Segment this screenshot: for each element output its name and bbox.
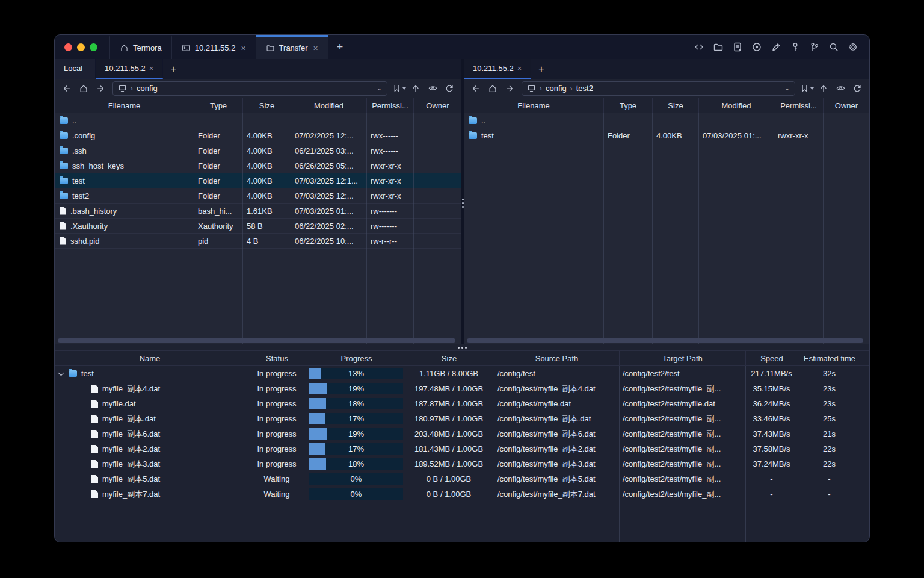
- edit-icon[interactable]: [768, 39, 784, 55]
- file-type-icon: [60, 222, 66, 230]
- transfer-row[interactable]: myfile_副本4.dat In progress 19% 197.48MB …: [55, 381, 869, 396]
- refresh-button[interactable]: [850, 81, 864, 96]
- new-tab-button[interactable]: +: [328, 35, 352, 59]
- file-row[interactable]: test Folder 4.00KB 07/03/2025 12:1... rw…: [55, 173, 461, 188]
- panel-tab[interactable]: Local: [55, 59, 96, 79]
- tab-host[interactable]: 10.211.55.2 ×: [172, 35, 256, 59]
- forward-button[interactable]: [93, 81, 108, 96]
- column-header[interactable]: Filename: [464, 98, 603, 113]
- column-header[interactable]: Filename: [55, 98, 194, 113]
- column-header[interactable]: Permissi...: [366, 98, 413, 113]
- log-icon[interactable]: [730, 39, 745, 55]
- column-header[interactable]: Progress: [309, 351, 404, 365]
- breadcrumb-segment[interactable]: config: [137, 84, 158, 93]
- upload-button[interactable]: [816, 81, 831, 96]
- tab-transfer[interactable]: Transfer ×: [256, 35, 328, 59]
- file-row[interactable]: .config Folder 4.00KB 07/02/2025 12:... …: [55, 128, 461, 143]
- path-breadcrumb[interactable]: › config › test2 ⌄: [522, 81, 795, 96]
- column-header[interactable]: Size: [652, 98, 698, 113]
- breadcrumb-segment[interactable]: test2: [576, 84, 593, 93]
- column-header[interactable]: Owner: [413, 98, 461, 113]
- file-type-icon: [469, 117, 477, 124]
- chevron-down-icon[interactable]: [58, 371, 64, 377]
- transfer-row[interactable]: myfile_副本6.dat In progress 19% 203.48MB …: [55, 426, 869, 441]
- tab-termora[interactable]: Termora: [109, 35, 172, 59]
- column-header[interactable]: Permissi...: [774, 98, 823, 113]
- record-icon[interactable]: [749, 39, 765, 55]
- back-button[interactable]: [60, 81, 74, 96]
- transfer-size: 181.43MB / 1.00GB: [404, 444, 494, 453]
- branch-icon[interactable]: [807, 39, 822, 55]
- transfer-row[interactable]: myfile_副本7.dat Waiting 0% 0 B / 1.00GB /…: [55, 486, 869, 502]
- transfer-row[interactable]: myfile_副本.dat In progress 17% 180.97MB /…: [55, 411, 869, 426]
- file-row[interactable]: .bash_history bash_hi... 1.61KB 07/03/20…: [55, 204, 461, 219]
- progress-bar: 13%: [309, 368, 403, 379]
- file-type-icon: [91, 415, 98, 423]
- transfer-splitter[interactable]: [55, 344, 869, 350]
- column-header[interactable]: Modified: [698, 98, 774, 113]
- transfer-row[interactable]: myfile_副本2.dat In progress 17% 181.43MB …: [55, 441, 869, 456]
- key-icon[interactable]: [787, 39, 803, 55]
- refresh-button[interactable]: [442, 81, 457, 96]
- close-tab-icon[interactable]: ×: [149, 64, 154, 73]
- folder-icon[interactable]: [710, 39, 726, 55]
- close-window-button[interactable]: [64, 43, 72, 51]
- transfer-row[interactable]: myfile.dat In progress 18% 187.87MB / 1.…: [55, 396, 869, 411]
- file-row[interactable]: ..: [464, 113, 869, 128]
- column-header[interactable]: Size: [242, 98, 291, 113]
- file-row[interactable]: ssh_host_keys Folder 4.00KB 06/26/2025 0…: [55, 158, 461, 173]
- panel-tab[interactable]: 10.211.55.2 ×: [96, 59, 163, 79]
- column-header[interactable]: Type: [603, 98, 652, 113]
- column-header[interactable]: Source Path: [494, 351, 619, 365]
- file-row[interactable]: test Folder 4.00KB 07/03/2025 01:... rwx…: [464, 128, 869, 143]
- minimize-window-button[interactable]: [77, 43, 85, 51]
- chevron-down-icon[interactable]: ⌄: [784, 84, 790, 92]
- transfer-row[interactable]: test In progress 13% 1.11GB / 8.00GB /co…: [55, 366, 869, 381]
- settings-icon[interactable]: [845, 39, 861, 55]
- column-header[interactable]: Owner: [823, 98, 869, 113]
- close-tab-icon[interactable]: ×: [313, 43, 318, 53]
- home-button[interactable]: [485, 81, 500, 96]
- file-row[interactable]: .Xauthority Xauthority 58 B 06/22/2025 0…: [55, 219, 461, 234]
- new-panel-tab-button[interactable]: +: [531, 59, 551, 79]
- close-tab-icon[interactable]: ×: [241, 43, 245, 53]
- horizontal-scrollbar[interactable]: [467, 338, 863, 343]
- column-header[interactable]: Name: [55, 351, 245, 365]
- breadcrumb-segment[interactable]: config: [546, 84, 567, 93]
- back-button[interactable]: [469, 81, 483, 96]
- file-permissions: rwxr-xr-x: [366, 191, 413, 200]
- column-header[interactable]: Modified: [291, 98, 366, 113]
- left-panel-tabbar: Local 10.211.55.2 × +: [55, 59, 461, 79]
- bookmark-button[interactable]: [800, 84, 814, 93]
- chevron-down-icon[interactable]: ⌄: [377, 84, 382, 92]
- file-type: Folder: [194, 161, 242, 170]
- column-header[interactable]: Estimated time: [798, 351, 861, 365]
- horizontal-scrollbar[interactable]: [58, 338, 455, 343]
- close-tab-icon[interactable]: ×: [517, 64, 522, 73]
- file-row[interactable]: sshd.pid pid 4 B 06/22/2025 10:... rw-r-…: [55, 234, 461, 249]
- file-row[interactable]: test2 Folder 4.00KB 07/03/2025 12:... rw…: [55, 188, 461, 204]
- column-header[interactable]: Status: [245, 351, 309, 365]
- file-row[interactable]: .ssh Folder 4.00KB 06/21/2025 03:... rwx…: [55, 143, 461, 158]
- file-row[interactable]: ..: [55, 113, 461, 128]
- path-breadcrumb[interactable]: › config ⌄: [112, 81, 387, 96]
- home-button[interactable]: [76, 81, 91, 96]
- zoom-window-button[interactable]: [90, 43, 97, 51]
- transfer-row[interactable]: myfile_副本5.dat Waiting 0% 0 B / 1.00GB /…: [55, 471, 869, 486]
- new-panel-tab-button[interactable]: +: [163, 59, 183, 79]
- upload-button[interactable]: [408, 81, 423, 96]
- show-hidden-button[interactable]: [425, 81, 440, 96]
- column-header[interactable]: Speed: [745, 351, 798, 365]
- transfer-speed: 217.11MB/s: [745, 369, 798, 378]
- file-permissions: rwx------: [366, 146, 413, 155]
- column-header[interactable]: Type: [194, 98, 242, 113]
- forward-button[interactable]: [502, 81, 517, 96]
- column-header[interactable]: Target Path: [619, 351, 745, 365]
- column-header[interactable]: Size: [404, 351, 494, 365]
- panel-tab[interactable]: 10.211.55.2 ×: [464, 59, 531, 79]
- show-hidden-button[interactable]: [833, 81, 848, 96]
- search-icon[interactable]: [826, 39, 842, 55]
- code-icon[interactable]: [691, 39, 707, 55]
- transfer-row[interactable]: myfile_副本3.dat In progress 18% 189.52MB …: [55, 456, 869, 471]
- bookmark-button[interactable]: [392, 84, 406, 93]
